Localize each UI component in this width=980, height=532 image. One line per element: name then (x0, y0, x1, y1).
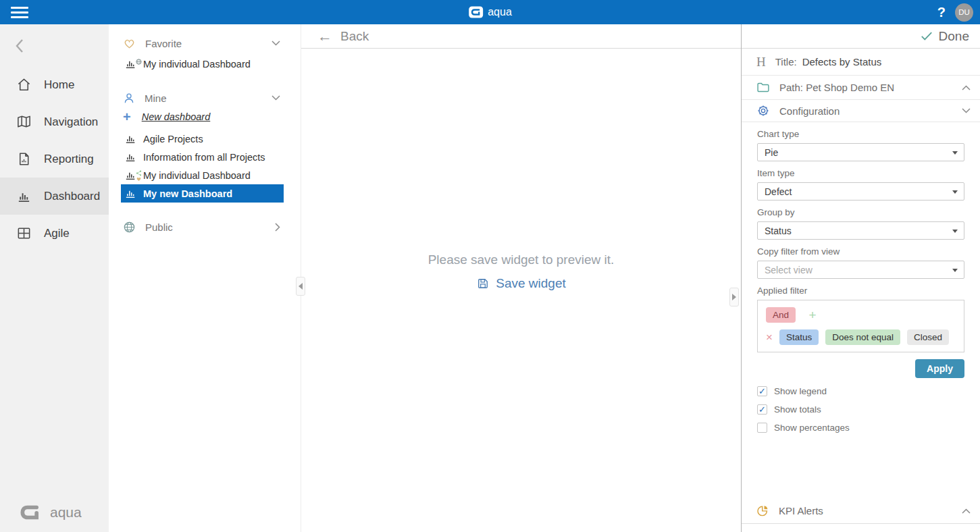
section-label: Favorite (145, 38, 182, 49)
show-percentages-option[interactable]: Show percentages (757, 423, 964, 433)
section-label: Public (145, 221, 173, 233)
done-button[interactable]: Done (921, 29, 969, 44)
show-legend-option[interactable]: ✓ Show legend (757, 386, 964, 396)
person-icon (123, 92, 135, 105)
dashboard-icon (16, 188, 32, 204)
sidebar-item-dashboard[interactable]: Dashboard (0, 178, 109, 215)
condition-value-chip[interactable]: Closed (907, 329, 949, 345)
chevron-down-icon (272, 41, 280, 46)
sidebar-item-label: Home (44, 78, 74, 92)
tree-item-my-individual-dashboard[interactable]: My individual Dashboard (121, 166, 284, 184)
configuration-row[interactable]: Configuration (742, 100, 980, 122)
item-type-select[interactable]: Defect (757, 182, 964, 201)
section-public[interactable]: Public (109, 217, 301, 236)
remove-condition-icon[interactable]: × (766, 331, 773, 344)
tree-item-label: My individual Dashboard (143, 170, 251, 181)
expand-panel-handle[interactable] (729, 288, 739, 307)
app-shell: Home Navigation Reporting Dashboard Agil… (0, 24, 980, 532)
top-bar: aqua ? DU (0, 0, 980, 24)
caret-down-icon (952, 269, 958, 272)
menu-icon[interactable] (11, 7, 28, 18)
favorite-badge-icon (136, 173, 142, 184)
sidebar-item-home[interactable]: Home (0, 66, 109, 103)
widget-inspector-panel: Done H Title: Defects by Status Path: Pe… (741, 24, 980, 532)
collapse-tree-handle[interactable] (296, 277, 305, 296)
sidebar-item-reporting[interactable]: Reporting (0, 140, 109, 178)
tree-item-favorite-dashboard[interactable]: My individual Dashboard (121, 55, 284, 73)
apply-button[interactable]: Apply (915, 359, 964, 378)
path-row[interactable]: Path: Pet Shop Demo EN (742, 76, 980, 100)
copy-filter-label: Copy filter from view (757, 246, 964, 257)
chevron-right-icon (275, 223, 280, 232)
sidebar-item-navigation[interactable]: Navigation (0, 103, 109, 140)
save-icon (476, 277, 490, 290)
chevron-up-icon (962, 508, 971, 514)
heading-icon: H (756, 55, 766, 70)
add-condition-icon[interactable]: + (808, 308, 816, 322)
condition-field-chip[interactable]: Status (779, 329, 819, 345)
home-icon (16, 77, 32, 92)
tree-item-label: Information from all Projects (143, 152, 265, 163)
copy-filter-select[interactable]: Select view (757, 261, 964, 279)
help-icon[interactable]: ? (937, 5, 946, 20)
sidebar-item-agile[interactable]: Agile (0, 215, 109, 252)
gear-icon (756, 104, 770, 117)
show-legend-label: Show legend (774, 386, 827, 396)
triangle-left-icon (299, 283, 303, 290)
checkbox-checked-icon: ✓ (757, 404, 767, 415)
globe-badge-icon (136, 56, 142, 67)
chart-icon (125, 188, 136, 198)
configuration-form: Chart type Pie Item type Defect Group by… (742, 122, 980, 441)
chevron-left-icon (15, 38, 24, 54)
aqua-logo-icon (468, 6, 483, 18)
brand-text: aqua (488, 6, 512, 18)
copy-filter-placeholder: Select view (765, 265, 813, 275)
tree-item-label: My new Dashboard (143, 188, 232, 199)
caret-down-icon (952, 151, 958, 155)
globe-icon (123, 221, 136, 234)
dashboard-tree-panel: Favorite My individual Dashboard Mine + … (109, 24, 301, 532)
title-label: Title: (775, 56, 797, 68)
show-totals-option[interactable]: ✓ Show totals (757, 404, 964, 415)
kpi-alerts-row[interactable]: KPI Alerts (742, 498, 980, 524)
inspector-toolbar: Done (742, 24, 980, 49)
report-icon (16, 151, 32, 167)
chart-icon (125, 170, 136, 180)
section-mine[interactable]: Mine (109, 88, 301, 107)
plus-icon: + (123, 110, 131, 124)
save-widget-button[interactable]: Save widget (476, 276, 566, 291)
widget-title-row: H Title: Defects by Status (742, 49, 980, 76)
tree-item-my-new-dashboard[interactable]: My new Dashboard (121, 184, 284, 203)
sidebar-item-label: Reporting (44, 153, 94, 166)
folder-icon (756, 82, 770, 93)
group-by-label: Group by (757, 207, 964, 218)
preview-message: Please save widget to preview it. (428, 252, 615, 267)
sidebar-item-label: Dashboard (44, 190, 100, 203)
chevron-down-icon (962, 108, 971, 113)
condition-operator-chip[interactable]: Does not equal (825, 329, 900, 345)
chevron-down-icon (272, 95, 280, 101)
new-dashboard-button[interactable]: + New dashboard (109, 107, 301, 126)
filter-operator-chip[interactable]: And (766, 307, 796, 323)
caret-down-icon (952, 230, 958, 233)
checkbox-checked-icon: ✓ (757, 386, 767, 396)
chart-type-label: Chart type (757, 129, 964, 140)
checkbox-unchecked-icon (757, 423, 767, 433)
app-brand: aqua (468, 6, 512, 18)
sidebar-item-label: Navigation (44, 115, 98, 129)
collapse-rail-button[interactable] (15, 38, 109, 57)
tree-item-information-from-all-projects[interactable]: Information from all Projects (121, 148, 284, 166)
group-by-select[interactable]: Status (757, 221, 964, 240)
section-label: Mine (145, 92, 167, 104)
item-type-label: Item type (757, 168, 964, 179)
heart-icon (123, 37, 136, 49)
avatar[interactable]: DU (955, 3, 973, 22)
tree-item-agile-projects[interactable]: Agile Projects (121, 130, 284, 148)
title-value[interactable]: Defects by Status (802, 56, 882, 68)
main-area: ← Back Please save widget to preview it.… (301, 24, 741, 532)
map-icon (16, 114, 32, 130)
chart-type-select[interactable]: Pie (757, 143, 964, 161)
section-favorite[interactable]: Favorite (109, 34, 301, 53)
sidebar-item-label: Agile (44, 227, 70, 240)
agile-icon (16, 225, 32, 241)
